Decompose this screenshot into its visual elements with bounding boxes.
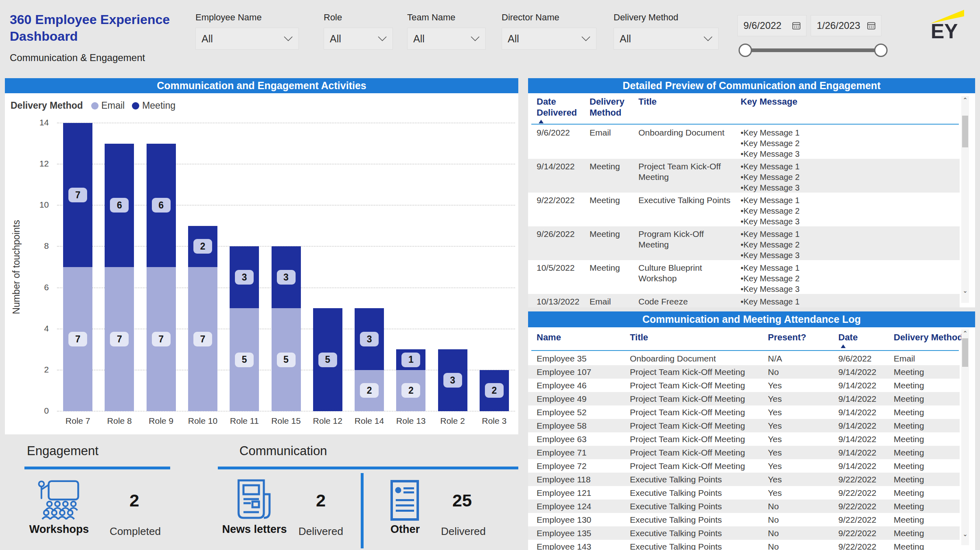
key-message-line: •Key Message 1 [741, 263, 952, 273]
table-row[interactable]: Employee 135Executive Talking PointsNo9/… [528, 526, 960, 540]
table-row[interactable]: Employee 63Project Team Kick-Off Meeting… [528, 432, 960, 446]
header-divider [531, 124, 959, 125]
table-row[interactable]: Employee 107Project Team Kick-Off Meetin… [528, 365, 960, 379]
table-row[interactable]: Employee 52Project Team Kick-Off Meeting… [528, 405, 960, 419]
cell-key-message: •Key Message 1•Key Message 2•Key Message… [741, 263, 952, 294]
date-range-slider-track[interactable] [748, 48, 879, 52]
cell-present: No [768, 513, 817, 526]
scrollbar-thumb[interactable] [962, 116, 968, 147]
cell-title: Project Team Kick-Off Meeting [630, 459, 764, 473]
director-name-dropdown[interactable]: All [502, 28, 596, 50]
column-header-title[interactable]: Title [638, 96, 657, 107]
cell-date: 9/14/2022 [838, 419, 891, 432]
start-date-input[interactable]: 9/6/2022 [737, 15, 807, 36]
cell-name: Employee 135 [537, 526, 626, 540]
table-row[interactable]: 9/6/2022EmailOnboarding Document•Key Mes… [528, 125, 960, 159]
cell-name: Employee 118 [537, 473, 626, 486]
cell-date: 9/14/2022 [838, 432, 891, 446]
table-row[interactable]: 10/13/2022EmailCode Freeze•Key Message 1 [528, 294, 960, 307]
cell-delivery-method: Meeting [894, 419, 959, 432]
cell-name: Employee 63 [537, 432, 626, 446]
column-header-delivery-method[interactable]: Delivery Method [894, 332, 963, 343]
table-row[interactable]: Employee 58Project Team Kick-Off Meeting… [528, 419, 960, 432]
role-dropdown[interactable]: All [324, 28, 393, 50]
cell-present: Yes [768, 419, 817, 432]
table-row[interactable]: Employee 130Executive Talking PointsNo9/… [528, 513, 960, 526]
table-row[interactable]: Employee 143Executive Talking PointsNo9/… [528, 540, 960, 550]
scroll-down-icon[interactable]: ⌄ [962, 531, 968, 537]
bar-data-label: 1 [401, 353, 420, 367]
cell-date-delivered: 9/14/2022 [537, 161, 585, 172]
attendance-table-panel: Communication and Meeting Attendance Log… [528, 311, 975, 550]
column-header-present[interactable]: Present? [768, 332, 806, 343]
bar-data-label: 7 [193, 332, 212, 346]
cell-title: Project Team Kick-Off Meeting [630, 392, 764, 405]
column-header-title[interactable]: Title [630, 332, 648, 343]
scroll-up-icon[interactable]: ⌃ [962, 330, 968, 337]
cell-key-message: •Key Message 1 [741, 296, 952, 307]
x-axis-label: Role 8 [99, 416, 140, 426]
column-header-name[interactable]: Name [537, 332, 561, 343]
attendance-table-scrollbar[interactable]: ⌃ ⌄ [961, 329, 969, 545]
table-row[interactable]: Employee 124Executive Talking PointsNo9/… [528, 500, 960, 513]
other-label: Other [383, 523, 428, 536]
cell-present: Yes [768, 379, 817, 392]
cell-delivery-method: Meeting [590, 195, 634, 206]
detail-table-scrollbar[interactable]: ⌃ ⌄ [961, 96, 969, 303]
legend-item-email[interactable]: Email [91, 100, 125, 111]
x-axis-label: Role 2 [432, 416, 473, 426]
scrollbar-thumb[interactable] [962, 338, 968, 367]
dashboard-canvas: 360 Employee Experience Dashboard Commun… [0, 0, 980, 550]
workshops-unit: Completed [107, 525, 164, 538]
table-row[interactable]: Employee 49Project Team Kick-Off Meeting… [528, 392, 960, 405]
y-tick-label: 12 [27, 159, 49, 169]
table-row[interactable]: 10/5/2022MeetingCulture Blueprint Worksh… [528, 260, 960, 294]
other-unit: Delivered [439, 525, 488, 538]
end-date-input[interactable]: 1/26/2023 [811, 15, 881, 36]
cell-date-delivered: 9/22/2022 [537, 195, 585, 206]
employee-name-dropdown[interactable]: All [195, 28, 299, 50]
table-row[interactable]: 9/14/2022MeetingProject Team Kick-Off Me… [528, 159, 960, 193]
cell-title: Executive Talking Points [630, 513, 764, 526]
filter-label: Director Name [502, 12, 596, 23]
legend-item-meeting[interactable]: Meeting [132, 100, 175, 111]
newsletter-icon [235, 478, 275, 522]
date-slider-handle-end[interactable] [874, 44, 888, 57]
table-row[interactable]: Employee 46Project Team Kick-Off Meeting… [528, 379, 960, 392]
cell-date: 9/22/2022 [838, 540, 891, 550]
column-header-date-delivered[interactable]: Date Delivered [537, 96, 577, 118]
x-axis-label: Role 7 [57, 416, 99, 426]
engagement-heading: Engagement [27, 444, 99, 458]
cell-present: Yes [768, 473, 817, 486]
chevron-down-icon [284, 36, 293, 41]
table-row[interactable]: Employee 121Executive Talking PointsYes9… [528, 486, 960, 500]
cell-delivery-method: Meeting [894, 513, 959, 526]
table-row[interactable]: Employee 72Project Team Kick-Off Meeting… [528, 459, 960, 473]
cell-present: Yes [768, 432, 817, 446]
date-slider-handle-start[interactable] [739, 44, 752, 57]
scroll-up-icon[interactable]: ⌃ [962, 97, 968, 103]
key-message-line: •Key Message 3 [741, 216, 952, 227]
column-header-delivery-method[interactable]: Delivery Method [590, 96, 630, 118]
chart-legend: Delivery Method EmailMeeting [11, 100, 175, 111]
cell-name: Employee 35 [537, 352, 626, 365]
bar-data-label: 5 [318, 353, 337, 367]
cell-title: Project Team Kick-Off Meeting [638, 161, 736, 182]
cell-present: Yes [768, 446, 817, 459]
calendar-icon[interactable] [866, 21, 876, 31]
delivery-method-dropdown[interactable]: All [614, 28, 719, 50]
table-row[interactable]: Employee 118Executive Talking PointsYes9… [528, 473, 960, 486]
table-row[interactable]: Employee 35Onboarding DocumentN/A9/6/202… [528, 352, 960, 365]
table-row[interactable]: 9/22/2022MeetingExecutive Talking Points… [528, 193, 960, 226]
filter-label: Delivery Method [614, 12, 719, 23]
column-header-date[interactable]: Date [838, 332, 858, 343]
legend-dot [132, 102, 139, 110]
table-row[interactable]: Employee 71Project Team Kick-Off Meeting… [528, 446, 960, 459]
bar-data-label: 2 [401, 383, 420, 398]
team-name-dropdown[interactable]: All [407, 28, 486, 50]
scroll-down-icon[interactable]: ⌄ [962, 287, 968, 294]
dropdown-value: All [508, 33, 519, 45]
table-row[interactable]: 9/26/2022MeetingProgram Kick-Off Meeting… [528, 226, 960, 260]
column-header-key-message[interactable]: Key Message [741, 96, 797, 107]
calendar-icon[interactable] [791, 21, 801, 31]
